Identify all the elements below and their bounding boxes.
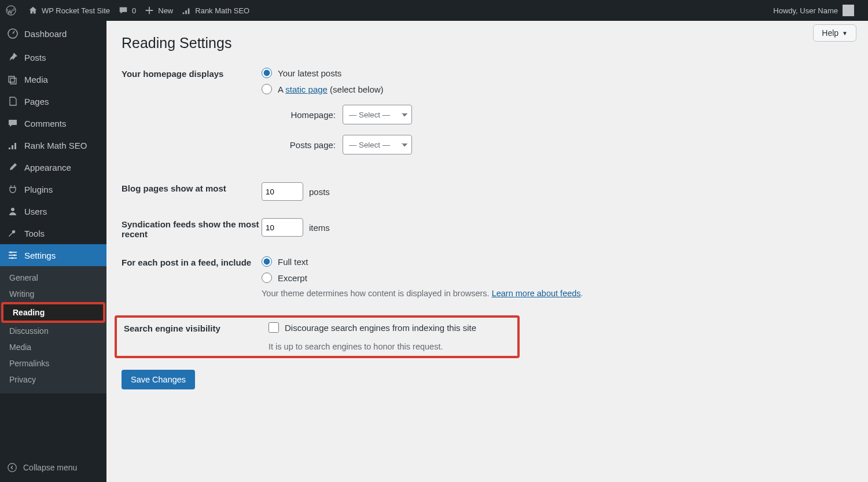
sidebar-item-posts[interactable]: Posts [0,46,106,68]
sidebar-item-label: Rank Math SEO [24,141,87,150]
sidebar-item-tools[interactable]: Tools [0,222,106,244]
site-name-label: WP Rocket Test Site [42,6,110,15]
content-area: Help ▼ Reading Settings Your homepage di… [106,21,868,482]
admin-sidebar: Dashboard Posts Media Pages Comments Ran… [0,21,106,482]
collapse-menu[interactable]: Collapse menu [0,458,106,477]
comment-icon [7,117,19,129]
comments-link[interactable]: 0 [118,5,136,16]
chevron-down-icon: ▼ [842,30,848,36]
wp-logo-menu[interactable] [6,5,20,16]
new-content-link[interactable]: New [144,5,173,16]
settings-submenu: General Writing Reading Discussion Media… [0,266,106,393]
user-account-link[interactable]: Howdy, User Name [773,5,854,16]
comment-icon [118,5,128,16]
dashboard-icon [7,28,19,39]
submenu-permalinks[interactable]: Permalinks [0,355,106,371]
submenu-media[interactable]: Media [0,339,106,355]
sidebar-item-label: Media [24,75,48,84]
pin-icon [7,51,19,63]
sidebar-item-label: Settings [24,251,56,260]
wordpress-icon [6,5,16,16]
sidebar-item-comments[interactable]: Comments [0,112,106,134]
svg-point-4 [14,255,16,256]
site-name-link[interactable]: WP Rocket Test Site [28,5,110,16]
user-icon [7,205,19,217]
plus-icon [144,5,155,16]
static-page-radio[interactable] [262,84,272,94]
homepage-select[interactable]: — Select — [343,105,412,124]
collapse-label: Collapse menu [23,463,77,472]
help-tab[interactable]: Help ▼ [813,24,856,42]
sidebar-item-pages[interactable]: Pages [0,90,106,112]
sidebar-item-label: Appearance [24,163,71,172]
sidebar-item-label: Posts [24,53,46,62]
discourage-checkbox[interactable] [269,322,279,333]
homepage-select-label: Homepage: [278,110,336,120]
comments-count: 0 [132,6,136,15]
submenu-discussion[interactable]: Discussion [0,323,106,339]
sidebar-item-label: Pages [24,97,49,106]
collapse-icon [7,462,17,473]
rank-math-link[interactable]: Rank Math SEO [181,5,249,16]
help-label: Help [822,28,838,38]
search-visibility-desc: It is up to search engines to honor this… [269,342,476,351]
brush-icon [7,161,19,173]
posts-suffix: posts [309,187,330,197]
media-icon [7,73,19,85]
blog-pages-label: Blog pages show at most [122,182,262,193]
sliders-icon [7,249,19,261]
svg-point-5 [12,257,13,259]
howdy-text: Howdy, User Name [773,6,838,15]
sidebar-item-label: Tools [24,229,45,238]
save-changes-button[interactable]: Save Changes [122,370,195,389]
latest-posts-radio[interactable] [262,68,272,78]
items-suffix: items [309,223,330,233]
homepage-displays-label: Your homepage displays [122,68,262,79]
static-page-link[interactable]: static page [285,84,328,94]
sidebar-item-label: Dashboard [24,29,67,39]
sidebar-item-media[interactable]: Media [0,68,106,90]
sidebar-item-rankmath[interactable]: Rank Math SEO [0,134,106,156]
sidebar-item-appearance[interactable]: Appearance [0,156,106,178]
excerpt-radio[interactable] [262,273,272,283]
sidebar-item-users[interactable]: Users [0,200,106,222]
home-icon [28,5,38,16]
page-title: Reading Settings [122,35,853,51]
submenu-reading[interactable]: Reading [1,302,105,323]
sidebar-item-settings[interactable]: Settings [0,244,106,266]
search-visibility-label: Search engine visibility [124,322,269,351]
new-label: New [158,6,173,15]
sidebar-item-plugins[interactable]: Plugins [0,178,106,200]
posts-per-rss-input[interactable] [262,218,303,237]
avatar [843,5,854,16]
static-page-label: A static page (select below) [278,84,384,94]
chart-icon [7,139,19,151]
chart-icon [181,5,192,16]
svg-point-3 [10,252,12,253]
sidebar-item-dashboard[interactable]: Dashboard [0,21,106,46]
full-text-radio[interactable] [262,256,272,267]
posts-page-select-label: Posts page: [278,140,336,150]
svg-point-6 [8,463,16,472]
submenu-general[interactable]: General [0,270,106,286]
plug-icon [7,183,19,195]
sidebar-item-label: Comments [24,119,67,128]
learn-more-feeds-link[interactable]: Learn more about feeds [492,289,581,298]
posts-per-page-input[interactable] [262,182,303,201]
feed-description: Your theme determines how content is dis… [262,289,853,298]
submenu-privacy[interactable]: Privacy [0,371,106,388]
sidebar-item-label: Plugins [24,185,53,194]
feed-include-label: For each post in a feed, include [122,256,262,267]
wrench-icon [7,227,19,239]
posts-page-select[interactable]: — Select — [343,135,412,154]
full-text-label: Full text [278,257,308,267]
admin-bar: WP Rocket Test Site 0 New Rank Math SEO … [0,0,868,21]
excerpt-label: Excerpt [278,273,307,283]
discourage-label: Discourage search engines from indexing … [285,323,476,333]
submenu-writing[interactable]: Writing [0,286,106,302]
feeds-label: Syndication feeds show the most recent [122,218,262,239]
svg-point-2 [11,208,14,211]
pages-icon [7,95,19,107]
sidebar-item-label: Users [24,207,47,216]
rank-label: Rank Math SEO [195,6,249,15]
